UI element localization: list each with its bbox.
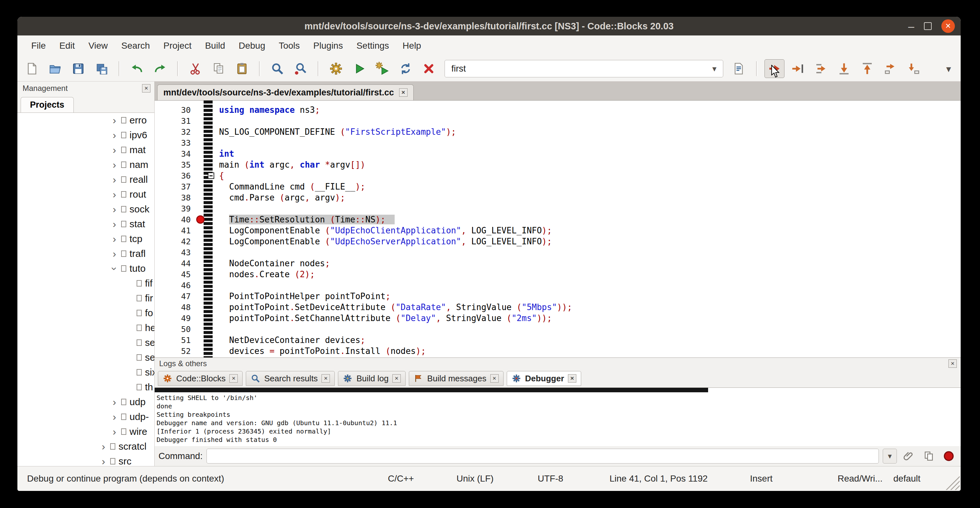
log-tab-debugger[interactable]: Debugger✕ <box>507 371 581 386</box>
line-number[interactable]: 43 <box>154 248 194 257</box>
menu-debug[interactable]: Debug <box>232 35 272 56</box>
close-window-button[interactable]: ✕ <box>941 19 955 33</box>
close-icon[interactable]: ✕ <box>229 374 238 382</box>
line-number[interactable]: 52 <box>154 347 194 356</box>
tree-item-sock[interactable]: ›sock <box>18 202 154 217</box>
save-all-button[interactable] <box>91 59 111 78</box>
tree-item-th[interactable]: th <box>18 380 154 395</box>
resize-grip-icon[interactable] <box>944 475 960 490</box>
copy-button[interactable] <box>209 59 229 78</box>
build-target-combobox[interactable]: first ▾ <box>445 60 723 77</box>
close-icon[interactable]: ✕ <box>142 84 150 92</box>
step-into-instruction-button[interactable] <box>904 59 924 78</box>
debugger-log[interactable]: Setting SHELL to '/bin/sh'doneSetting br… <box>154 387 961 446</box>
expander-icon[interactable]: › <box>110 144 119 156</box>
step-out-button[interactable] <box>857 59 877 78</box>
fold-box-icon[interactable] <box>208 172 214 179</box>
next-line-button[interactable] <box>811 59 831 78</box>
new-file-button[interactable] <box>22 59 42 78</box>
tree-item-trafl[interactable]: ›trafl <box>18 246 154 261</box>
tree-item-nam[interactable]: ›nam <box>18 157 154 172</box>
save-button[interactable] <box>68 59 88 78</box>
rebuild-button[interactable] <box>396 59 415 78</box>
menu-build[interactable]: Build <box>198 35 232 56</box>
line-number[interactable]: 44 <box>154 259 194 268</box>
tree-item-tcp[interactable]: ›tcp <box>18 231 154 246</box>
tree-item-udp-[interactable]: ›udp- <box>18 409 154 424</box>
close-icon[interactable]: ✕ <box>568 374 576 382</box>
line-number[interactable]: 48 <box>154 303 194 312</box>
expander-icon[interactable]: › <box>110 115 119 126</box>
tree-item-ipv6[interactable]: ›ipv6 <box>18 127 154 142</box>
command-history-dropdown[interactable]: ▾ <box>883 449 897 463</box>
toolbar-overflow-button[interactable]: ▾ <box>941 63 956 75</box>
log-tab-build-messages[interactable]: Build messages✕ <box>409 371 504 386</box>
line-number[interactable]: 33 <box>154 138 194 148</box>
tree-item-se[interactable]: se <box>18 350 154 365</box>
stop-debugger-button[interactable] <box>941 449 957 463</box>
line-number[interactable]: 35 <box>154 160 194 170</box>
line-number[interactable]: 42 <box>154 237 194 246</box>
line-number[interactable]: 32 <box>154 127 194 137</box>
build-and-run-button[interactable] <box>372 59 392 78</box>
menu-help[interactable]: Help <box>396 35 428 56</box>
expander-icon[interactable]: › <box>110 396 119 408</box>
log-tab-code-blocks[interactable]: Code::Blocks✕ <box>158 371 243 386</box>
menu-settings[interactable]: Settings <box>350 35 396 56</box>
expander-icon[interactable]: › <box>110 218 119 230</box>
line-number[interactable]: 31 <box>154 116 194 126</box>
close-icon[interactable]: ✕ <box>948 359 957 368</box>
expander-icon[interactable]: › <box>99 455 108 467</box>
line-number[interactable]: 45 <box>154 270 194 279</box>
tree-item-he[interactable]: he <box>18 320 154 335</box>
expander-icon[interactable]: › <box>110 189 119 201</box>
expander-icon[interactable]: › <box>110 204 119 215</box>
paste-button[interactable] <box>232 59 252 78</box>
menu-file[interactable]: File <box>24 35 52 56</box>
breakpoint-margin[interactable] <box>194 215 207 224</box>
next-instruction-button[interactable] <box>880 59 900 78</box>
tree-item-six[interactable]: six <box>18 365 154 380</box>
redo-button[interactable] <box>150 59 170 78</box>
tree-item-src[interactable]: ›src <box>18 454 154 466</box>
tree-item-scratcl[interactable]: ›scratcl <box>18 439 154 454</box>
tree-item-reall[interactable]: ›reall <box>18 172 154 187</box>
maximize-button[interactable] <box>924 22 932 30</box>
tree-item-rout[interactable]: ›rout <box>18 187 154 202</box>
find-button[interactable] <box>267 59 287 78</box>
compile-current-file-button[interactable] <box>729 59 749 78</box>
run-to-cursor-button[interactable] <box>788 59 808 78</box>
close-icon[interactable]: ✕ <box>490 374 499 382</box>
tree-item-fir[interactable]: fir <box>18 291 154 306</box>
close-icon[interactable]: ✕ <box>321 374 330 382</box>
replace-button[interactable] <box>291 59 310 78</box>
line-number[interactable]: 38 <box>154 193 194 202</box>
copy-log-button[interactable] <box>921 449 937 463</box>
close-icon[interactable]: ✕ <box>399 88 407 97</box>
command-input[interactable] <box>207 449 879 463</box>
line-number[interactable]: 50 <box>154 325 194 334</box>
menu-plugins[interactable]: Plugins <box>307 35 350 56</box>
expander-icon[interactable]: › <box>110 129 119 141</box>
expander-icon[interactable]: › <box>99 441 108 452</box>
expander-icon[interactable]: › <box>110 248 119 260</box>
tree-item-erro[interactable]: ›erro <box>18 113 154 127</box>
expander-icon[interactable]: › <box>110 411 119 423</box>
tree-item-mat[interactable]: ›mat <box>18 142 154 157</box>
tab-projects[interactable]: Projects <box>21 97 74 113</box>
tree-item-fif[interactable]: fif <box>18 276 154 291</box>
line-number[interactable]: 39 <box>154 204 194 213</box>
minimize-button[interactable]: – <box>908 21 914 32</box>
debug-continue-button[interactable] <box>764 59 784 78</box>
undo-button[interactable] <box>127 59 147 78</box>
line-number[interactable]: 37 <box>154 182 194 191</box>
tree-item-stat[interactable]: ›stat <box>18 217 154 231</box>
close-icon[interactable]: ✕ <box>392 374 401 382</box>
title-bar[interactable]: mnt/dev/tools/source/ns-3-dev/examples/t… <box>18 17 961 35</box>
line-number[interactable]: 47 <box>154 292 194 301</box>
expander-icon[interactable]: › <box>110 426 119 438</box>
line-number[interactable]: 34 <box>154 149 194 159</box>
tree-item-tuto[interactable]: ›tuto <box>18 261 154 276</box>
build-button[interactable] <box>326 59 346 78</box>
line-number[interactable]: 36 <box>154 171 194 180</box>
